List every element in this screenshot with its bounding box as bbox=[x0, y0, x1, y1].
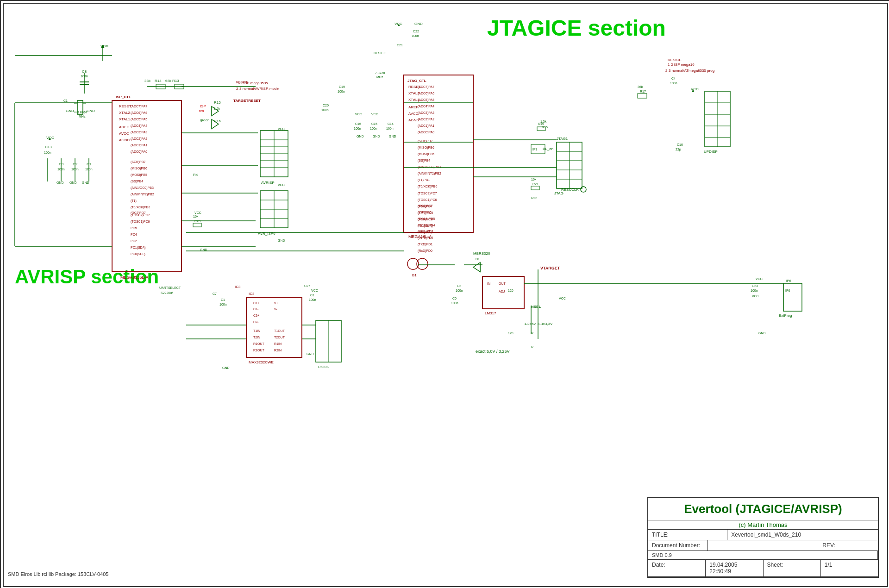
svg-text:C1: C1 bbox=[221, 298, 225, 301]
svg-text:1-2=5v, 2-3=3,3V: 1-2=5v, 2-3=3,3V bbox=[524, 322, 553, 326]
svg-text:C19: C19 bbox=[339, 85, 345, 88]
svg-text:JTAGICE section: JTAGICE section bbox=[487, 16, 666, 40]
svg-text:R13: R13 bbox=[172, 79, 179, 83]
svg-text:(T0/XCK)PB0: (T0/XCK)PB0 bbox=[418, 185, 438, 188]
svg-text:100n: 100n bbox=[338, 90, 345, 93]
svg-text:JTAG: JTAG bbox=[554, 191, 563, 195]
svg-text:MHz: MHz bbox=[79, 115, 86, 118]
svg-text:R17: R17 bbox=[640, 90, 646, 93]
svg-text:VCC: VCC bbox=[691, 87, 699, 91]
svg-text:(ICP)PD6: (ICP)PD6 bbox=[418, 211, 432, 214]
svg-text:(ADC1)PA1: (ADC1)PA1 bbox=[131, 144, 147, 147]
svg-text:(INT0)PD2: (INT0)PD2 bbox=[418, 236, 433, 240]
svg-text:VCC: VCC bbox=[756, 277, 763, 281]
author-text: (c) Martin Thomas bbox=[648, 520, 878, 530]
svg-text:(OC1A)PD5: (OC1A)PD5 bbox=[418, 217, 435, 221]
svg-text:RESCCLK: RESCCLK bbox=[561, 188, 579, 192]
svg-text:10k: 10k bbox=[531, 178, 537, 181]
svg-text:GND: GND bbox=[69, 181, 77, 184]
svg-text:(T1)PB1: (T1)PB1 bbox=[418, 178, 430, 182]
svg-text:C23: C23 bbox=[752, 284, 758, 288]
svg-text:(SS)PB4: (SS)PB4 bbox=[131, 180, 143, 183]
svg-text:(ADC2)PA2: (ADC2)PA2 bbox=[418, 118, 434, 121]
svg-text:PC2: PC2 bbox=[131, 239, 137, 243]
sheet-value: 1/1 bbox=[821, 560, 878, 576]
svg-text:(ADC0)PA0: (ADC0)PA0 bbox=[418, 131, 434, 134]
svg-text:C10: C10 bbox=[677, 143, 683, 146]
svg-text:RESET: RESET bbox=[119, 104, 131, 108]
svg-text:C1: C1 bbox=[310, 294, 314, 297]
svg-text:VCC: VCC bbox=[355, 113, 362, 116]
svg-text:GND: GND bbox=[56, 181, 64, 184]
title-label: TITLE: bbox=[648, 530, 727, 540]
svg-text:MBRS320: MBRS320 bbox=[473, 251, 490, 256]
svg-text:ISP: ISP bbox=[200, 104, 206, 108]
svg-text:LM317: LM317 bbox=[485, 311, 496, 315]
svg-text:VCC: VCC bbox=[278, 183, 285, 187]
svg-text:2-3 normal/AVRISP-mode: 2-3 normal/AVRISP-mode bbox=[236, 87, 279, 91]
svg-text:C1: C1 bbox=[63, 99, 68, 102]
svg-text:(SCK)PB7: (SCK)PB7 bbox=[418, 139, 432, 143]
svg-text:MEGA8535L-A: MEGA8535L-A bbox=[120, 275, 149, 280]
svg-text:C2: C2 bbox=[457, 284, 461, 288]
svg-text:C2-: C2- bbox=[253, 320, 259, 324]
svg-text:36k: 36k bbox=[638, 85, 643, 88]
svg-text:(ADC6)PA6: (ADC6)PA6 bbox=[418, 92, 434, 95]
svg-text:R16: R16 bbox=[214, 119, 221, 123]
svg-text:ISP_CTL: ISP_CTL bbox=[116, 95, 131, 99]
svg-text:V+: V+ bbox=[274, 301, 278, 305]
svg-text:100n: 100n bbox=[44, 151, 51, 154]
svg-text:100n: 100n bbox=[451, 301, 458, 305]
svg-text:100n: 100n bbox=[354, 127, 361, 130]
svg-text:100n: 100n bbox=[670, 81, 677, 85]
svg-text:(MISO)PB6: (MISO)PB6 bbox=[131, 167, 147, 170]
svg-text:D1: D1 bbox=[476, 257, 480, 261]
schematic-canvas: JTAGICE section AVRISP section MEGA8535L… bbox=[0, 0, 889, 588]
svg-text:JTAG1: JTAG1 bbox=[557, 137, 568, 141]
svg-text:RS232: RS232 bbox=[318, 365, 330, 369]
svg-text:XTAL2: XTAL2 bbox=[119, 111, 130, 115]
sheet-label: Sheet: bbox=[764, 560, 821, 576]
svg-text:T1IN: T1IN bbox=[253, 329, 260, 332]
svg-text:GND: GND bbox=[414, 22, 423, 26]
svg-text:GND: GND bbox=[87, 109, 95, 113]
svg-text:1-2 ISP mega16: 1-2 ISP mega16 bbox=[668, 63, 695, 67]
svg-text:(ADC7)PA7: (ADC7)PA7 bbox=[418, 85, 434, 89]
svg-text:(AIN1/OC0)PB3: (AIN1/OC0)PB3 bbox=[418, 165, 441, 169]
svg-text:(SCK)PB7: (SCK)PB7 bbox=[131, 160, 145, 164]
svg-text:R15: R15 bbox=[542, 125, 548, 129]
svg-text:R14: R14 bbox=[155, 79, 162, 83]
svg-text:UARTSELECT: UARTSELECT bbox=[159, 286, 181, 289]
svg-text:(TOSC2)PC7: (TOSC2)PC7 bbox=[418, 192, 437, 195]
svg-text:VCC: VCC bbox=[194, 211, 201, 214]
svg-text:UPDISP: UPDISP bbox=[704, 150, 718, 154]
svg-text:XTAL1: XTAL1 bbox=[119, 117, 130, 121]
svg-text:(ADC6)PA6: (ADC6)PA6 bbox=[131, 111, 147, 115]
title-block: Evertool (JTAGICE/AVRISP) (c) Martin Tho… bbox=[647, 497, 879, 578]
svg-text:(ADC4)PA4: (ADC4)PA4 bbox=[418, 105, 434, 108]
svg-text:(SS)PB4: (SS)PB4 bbox=[418, 159, 430, 163]
svg-text:PC5: PC5 bbox=[131, 226, 137, 230]
svg-text:(ADC5)PA5: (ADC5)PA5 bbox=[131, 118, 147, 121]
svg-text:T2OUT: T2OUT bbox=[274, 336, 285, 339]
svg-text:(OC2)PD7: (OC2)PD7 bbox=[131, 211, 146, 215]
svg-text:7.3728: 7.3728 bbox=[375, 71, 385, 75]
svg-text:RESICE: RESICE bbox=[236, 81, 248, 84]
svg-text:S2226u/: S2226u/ bbox=[161, 291, 173, 294]
svg-text:(T0/XCK)PB0: (T0/XCK)PB0 bbox=[131, 206, 150, 209]
svg-text:10k: 10k bbox=[193, 215, 199, 218]
svg-text:NSEL: NSEL bbox=[531, 305, 541, 309]
svg-text:R2IN: R2IN bbox=[274, 349, 282, 352]
svg-text:C21: C21 bbox=[397, 44, 403, 47]
svg-text:IP3: IP3 bbox=[532, 148, 538, 151]
svg-text:ExtProg: ExtProg bbox=[779, 313, 792, 318]
svg-text:C20: C20 bbox=[323, 104, 329, 107]
svg-text:(MOSI)PB5: (MOSI)PB5 bbox=[131, 173, 147, 177]
svg-text:(TOSC1)PC6: (TOSC1)PC6 bbox=[131, 220, 150, 224]
svg-text:68k: 68k bbox=[165, 79, 172, 83]
svg-text:100n: 100n bbox=[412, 34, 419, 38]
svg-text:(ADC4)PA4: (ADC4)PA4 bbox=[131, 124, 147, 128]
svg-text:(ADC1)PA1: (ADC1)PA1 bbox=[418, 124, 434, 128]
svg-text:AVCC: AVCC bbox=[119, 131, 129, 136]
svg-text:VTARGET: VTARGET bbox=[540, 266, 560, 270]
